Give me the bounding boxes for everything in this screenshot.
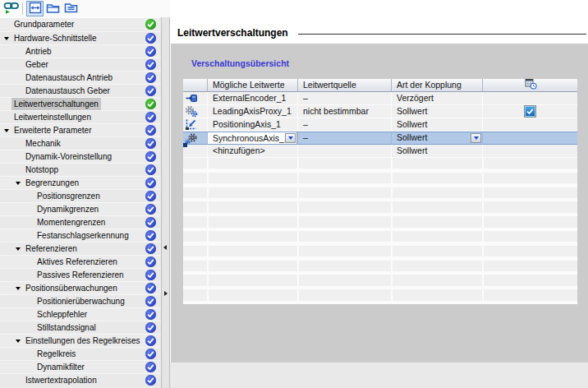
horizontal-split-button[interactable] <box>26 1 44 16</box>
table-row-synchronousaxis-1[interactable]: SynchronousAxis_1–Sollwert <box>183 132 577 145</box>
folder-button[interactable] <box>44 1 62 16</box>
horizontal-split-icon <box>29 2 42 16</box>
nav-item-regelkreis[interactable]: Regelkreis <box>0 347 161 360</box>
folder-icon <box>46 2 60 16</box>
nav-item-aktives-referenzieren[interactable]: Aktives Referenzieren <box>0 255 161 268</box>
nav-item-stillstandssignal[interactable]: Stillstandssignal <box>0 321 161 334</box>
table-row-hinzuf-gen[interactable]: <hinzufügen>Sollwert <box>183 145 577 158</box>
nav-item-schleppfehler[interactable]: Schleppfehler <box>0 307 161 321</box>
page-title: Leitwertverschaltungen <box>177 27 288 39</box>
expand-collapse-icon[interactable] <box>16 287 21 290</box>
nav-item-erweiterte-parameter[interactable]: Erweiterte Parameter <box>0 123 161 136</box>
expand-collapse-icon[interactable] <box>16 247 21 251</box>
nav-item-hardware-schnittstelle[interactable]: Hardware-Schnittstelle <box>0 31 161 44</box>
nav-item-datenaustausch-antrieb[interactable]: Datenaustausch Antrieb <box>0 71 161 84</box>
status-check-icon-blue <box>145 309 156 320</box>
nav-item-label: Begrenzungen <box>25 177 79 190</box>
nav-splitter[interactable] <box>161 17 170 388</box>
table-row-leadingaxisproxy-1[interactable]: LeadingAxisProxy_1nicht bestimmbarSollwe… <box>183 105 577 118</box>
nav-item-geber[interactable]: Geber <box>0 58 161 71</box>
nav-item-dynamikfilter[interactable]: Dynamikfilter <box>0 360 161 373</box>
nav-item-label: Referenzieren <box>25 242 77 256</box>
nav-item-passives-referenzieren[interactable]: Passives Referenzieren <box>0 268 161 281</box>
expand-collapse-icon[interactable] <box>4 37 9 40</box>
nav-item-datenaustausch-geber[interactable]: Datenaustausch Geber <box>0 84 161 97</box>
active-checkbox-checked[interactable] <box>525 106 535 117</box>
nav-item-positionsgrenzen[interactable]: Positionsgrenzen <box>0 189 161 202</box>
collapse-right-icon[interactable] <box>164 291 168 296</box>
nav-item-label: Positionsüberwachungen <box>25 282 117 295</box>
nav-item-begrenzungen[interactable]: Begrenzungen <box>0 176 161 189</box>
nav-item-dynamik-voreinstellung[interactable]: Dynamik-Voreinstellung <box>0 150 161 163</box>
nav-item-label: Leitwerteinstellungen <box>14 111 91 124</box>
status-check-icon-blue <box>145 33 156 44</box>
coupling-dropdown-button[interactable] <box>471 133 481 143</box>
status-check-icon-blue <box>145 217 156 228</box>
cell-leitwert-name: ExternalEncoder_1 <box>208 92 298 104</box>
nav-item-leitwerteinstellungen[interactable]: Leitwerteinstellungen <box>0 110 161 123</box>
cell-leitwertquelle: – <box>298 92 392 104</box>
nav-item-referenzieren[interactable]: Referenzieren <box>0 242 161 255</box>
column-header-m-gliche-leitwerte: Mögliche Leitwerte <box>208 79 298 91</box>
status-check-icon-blue <box>145 296 156 307</box>
nav-item-mechanik[interactable]: Mechanik <box>0 136 161 150</box>
cell-art-der-kopplung: Sollwert <box>392 118 483 131</box>
nav-item-label: Regelkreis <box>37 348 76 361</box>
nav-item-label: Momentengrenzen <box>37 216 105 229</box>
chain-link-button[interactable] <box>2 1 20 16</box>
status-check-icon-blue <box>145 151 156 162</box>
expand-collapse-icon[interactable] <box>4 129 9 132</box>
nav-item-label: Positionsgrenzen <box>37 190 100 203</box>
status-check-icon-blue <box>145 125 156 136</box>
status-check-icon-blue <box>145 59 156 70</box>
expand-collapse-icon[interactable] <box>16 340 21 343</box>
nav-item-label: Mechanik <box>25 137 61 150</box>
name-dropdown-button[interactable] <box>285 133 296 143</box>
positioning-axis-icon <box>183 118 208 131</box>
nav-item-einstellungen-des-regelkreises[interactable]: Einstellungen des Regelkreises <box>0 334 161 347</box>
cell-art-der-kopplung[interactable]: Sollwert <box>392 132 483 144</box>
cell-active <box>483 118 577 131</box>
table-row-externalencoder-1[interactable]: ExternalEncoder_1–Verzögert <box>183 92 577 105</box>
section-link-verschaltungsuebersicht[interactable]: Verschaltungsübersicht <box>191 58 289 68</box>
leading-axis-proxy-icon <box>183 105 208 118</box>
status-check-icon-blue <box>145 164 156 175</box>
collapse-left-icon[interactable] <box>163 245 167 250</box>
cell-active <box>483 145 577 157</box>
cell-leitwert-name: PositioningAxis_1 <box>208 118 298 131</box>
nav-item-label: Schleppfehler <box>37 308 87 321</box>
nav-item-label: Grundparameter <box>14 18 74 31</box>
nav-item-leitwertverschaltungen[interactable]: Leitwertverschaltungen <box>0 97 161 110</box>
folder-list-icon <box>64 2 78 16</box>
grid-line <box>482 158 484 304</box>
column-header-icon <box>183 79 208 91</box>
cell-active[interactable] <box>483 105 577 118</box>
table-empty-rows <box>183 158 577 304</box>
nav-item-istwertextrapolation[interactable]: Istwertextrapolation <box>0 373 161 386</box>
table-row-positioningaxis-1[interactable]: PositioningAxis_1–Sollwert <box>183 118 577 132</box>
nav-item-notstopp[interactable]: Notstopp <box>0 163 161 176</box>
nav-item-antrieb[interactable]: Antrieb <box>0 44 161 58</box>
nav-item-dynamikgrenzen[interactable]: Dynamikgrenzen <box>0 202 161 215</box>
status-check-icon-blue <box>145 204 156 215</box>
status-check-icon-green <box>145 99 156 109</box>
title-rule <box>298 34 586 35</box>
nav-item-label: Einstellungen des Regelkreises <box>25 335 140 348</box>
nav-item-grundparameter[interactable]: Grundparameter <box>0 18 161 31</box>
expand-collapse-icon[interactable] <box>16 182 21 185</box>
nav-item-positions-berwachungen[interactable]: Positionsüberwachungen <box>0 281 161 294</box>
cell-focus-indicator <box>183 143 187 147</box>
cell-leitwert-name: <hinzufügen> <box>208 145 298 157</box>
nav-item-momentengrenzen[interactable]: Momentengrenzen <box>0 215 161 229</box>
folder-list-button[interactable] <box>62 1 80 16</box>
cell-art-der-kopplung: Verzögert <box>392 92 483 104</box>
name-combobox[interactable]: SynchronousAxis_1 <box>208 132 297 144</box>
cell-leitwertquelle: nicht bestimmbar <box>298 105 392 118</box>
nav-item-festanschlagserkennung[interactable]: Festanschlagserkennung <box>0 229 161 242</box>
bottom-strip <box>170 363 588 388</box>
status-check-icon-blue <box>145 178 156 188</box>
cell-leitwertquelle: – <box>298 118 392 131</box>
cell-leitwert-name[interactable]: SynchronousAxis_1 <box>208 132 298 144</box>
column-header-leitwertquelle: Leitwertquelle <box>298 79 392 91</box>
nav-item-positionier-berwachung[interactable]: Positionierüberwachung <box>0 294 161 307</box>
